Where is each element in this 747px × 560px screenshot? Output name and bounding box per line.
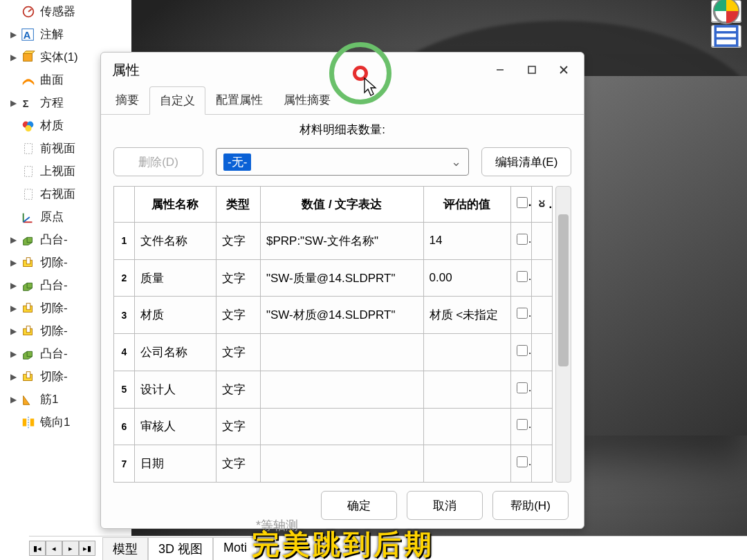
cell-link[interactable] <box>531 445 552 483</box>
svg-rect-22 <box>26 371 30 377</box>
minimize-button[interactable] <box>484 56 516 84</box>
col-value[interactable]: 数值 / 文字表达 <box>260 187 423 223</box>
cell-check[interactable] <box>510 371 531 408</box>
expand-arrow-icon[interactable]: ▶ <box>10 395 17 404</box>
bottom-tab[interactable]: 模型 <box>102 537 148 560</box>
cell-type[interactable]: 文字 <box>216 371 260 408</box>
expand-arrow-icon[interactable]: ▶ <box>10 349 17 359</box>
expand-arrow-icon[interactable]: ▶ <box>10 326 17 336</box>
cell-value[interactable]: "SW-材质@14.SLDPRT" <box>260 297 423 334</box>
edit-list-button[interactable]: 编辑清单(E) <box>481 147 571 176</box>
row-checkbox[interactable] <box>517 382 528 393</box>
tab-last-icon[interactable]: ▸▮ <box>79 541 95 556</box>
expand-arrow-icon[interactable]: ▶ <box>10 304 17 313</box>
cell-link[interactable] <box>531 297 552 334</box>
cell-value[interactable]: $PRP:"SW-文件名称" <box>260 223 423 260</box>
cell-name[interactable]: 质量 <box>134 259 216 297</box>
col-name[interactable]: 属性名称 <box>134 187 216 223</box>
plane-icon <box>21 187 36 202</box>
table-row[interactable]: 4公司名称文字 <box>114 334 553 371</box>
row-checkbox[interactable] <box>517 345 528 356</box>
cell-eval: 14 <box>423 223 510 260</box>
expand-arrow-icon[interactable]: ▶ <box>10 53 17 62</box>
cell-type[interactable]: 文字 <box>216 259 260 297</box>
table-row[interactable]: 2质量文字"SW-质量@14.SLDPRT"0.00 <box>114 259 553 297</box>
dialog-titlebar[interactable]: 属性 <box>101 53 584 87</box>
maximize-button[interactable] <box>516 56 548 84</box>
bottom-tab[interactable]: 3D 视图 <box>148 537 213 560</box>
dialog-tab[interactable]: 自定义 <box>149 86 205 115</box>
cell-link[interactable] <box>531 408 552 445</box>
cell-name[interactable]: 文件名称 <box>134 223 216 260</box>
cell-value[interactable] <box>260 371 423 408</box>
cell-value[interactable] <box>260 408 423 445</box>
tree-item[interactable]: ▶传感器 <box>0 0 131 23</box>
cell-check[interactable] <box>510 445 531 483</box>
col-check[interactable] <box>510 187 531 223</box>
cell-value[interactable] <box>260 334 423 371</box>
expand-arrow-icon[interactable]: ▶ <box>10 30 17 39</box>
properties-table[interactable]: 属性名称 类型 数值 / 文字表达 评估的值 ర 1文件名称文字$PRP:"SW… <box>113 186 553 483</box>
expand-arrow-icon[interactable]: ▶ <box>10 281 17 290</box>
cell-name[interactable]: 日期 <box>134 445 216 483</box>
tab-first-icon[interactable]: ▮◂ <box>29 541 46 556</box>
cell-type[interactable]: 文字 <box>216 297 260 334</box>
dialog-tab[interactable]: 摘要 <box>105 86 149 114</box>
cell-name[interactable]: 设计人 <box>134 371 216 408</box>
help-button[interactable]: 帮助(H) <box>492 491 569 520</box>
table-row[interactable]: 1文件名称文字$PRP:"SW-文件名称"14 <box>114 223 553 260</box>
cell-check[interactable] <box>510 223 531 260</box>
ok-button[interactable]: 确定 <box>321 491 397 520</box>
svg-rect-11 <box>25 189 33 199</box>
table-row[interactable]: 3材质文字"SW-材质@14.SLDPRT"材质 <未指定 <box>114 297 553 334</box>
cell-value[interactable] <box>260 445 423 483</box>
delete-button[interactable]: 删除(D) <box>113 147 203 176</box>
cell-name[interactable]: 公司名称 <box>134 334 216 371</box>
tab-next-icon[interactable]: ▸ <box>62 541 79 556</box>
cell-check[interactable] <box>510 297 531 334</box>
col-eval[interactable]: 评估的值 <box>423 187 510 223</box>
cell-link[interactable] <box>531 334 552 371</box>
row-checkbox[interactable] <box>517 271 528 282</box>
cell-check[interactable] <box>510 408 531 445</box>
cell-check[interactable] <box>510 259 531 297</box>
scrollbar-thumb[interactable] <box>558 214 569 366</box>
task-pane-icon[interactable] <box>711 25 741 47</box>
col-link[interactable]: ర <box>531 187 552 223</box>
row-checkbox[interactable] <box>517 456 528 467</box>
plane-icon <box>21 141 36 156</box>
cell-link[interactable] <box>531 259 552 297</box>
cell-check[interactable] <box>510 334 531 371</box>
table-row[interactable]: 5设计人文字 <box>114 371 553 408</box>
cell-link[interactable] <box>531 371 552 408</box>
select-all-checkbox[interactable] <box>517 197 528 208</box>
cell-type[interactable]: 文字 <box>216 334 260 371</box>
cancel-button[interactable]: 取消 <box>407 491 483 520</box>
cell-name[interactable]: 材质 <box>134 297 216 334</box>
appearance-icon[interactable] <box>711 0 741 22</box>
row-checkbox[interactable] <box>517 308 528 319</box>
cell-type[interactable]: 文字 <box>216 445 260 483</box>
tab-nav-cluster: ▮◂ ◂ ▸ ▸▮ <box>29 541 95 556</box>
expand-arrow-icon[interactable]: ▶ <box>10 235 17 245</box>
cell-type[interactable]: 文字 <box>216 223 260 260</box>
expand-arrow-icon[interactable]: ▶ <box>10 258 17 268</box>
bom-count-combo[interactable]: -无- ⌄ <box>216 148 469 176</box>
dialog-tab[interactable]: 配置属性 <box>205 86 273 114</box>
table-row[interactable]: 7日期文字 <box>114 445 553 483</box>
expand-arrow-icon[interactable]: ▶ <box>10 372 17 382</box>
dialog-tab[interactable]: 属性摘要 <box>273 86 341 114</box>
tab-prev-icon[interactable]: ◂ <box>46 541 62 556</box>
tree-item[interactable]: ▶A注解 <box>0 23 131 46</box>
cell-value[interactable]: "SW-质量@14.SLDPRT" <box>260 259 423 297</box>
table-row[interactable]: 6审核人文字 <box>114 408 553 445</box>
cell-name[interactable]: 审核人 <box>134 408 216 445</box>
close-button[interactable] <box>548 56 580 84</box>
cell-link[interactable] <box>531 223 552 260</box>
col-type[interactable]: 类型 <box>216 187 260 223</box>
cell-type[interactable]: 文字 <box>216 408 260 445</box>
row-checkbox[interactable] <box>517 419 528 430</box>
table-scrollbar[interactable] <box>555 186 571 483</box>
row-checkbox[interactable] <box>517 234 528 245</box>
expand-arrow-icon[interactable]: ▶ <box>10 98 17 108</box>
